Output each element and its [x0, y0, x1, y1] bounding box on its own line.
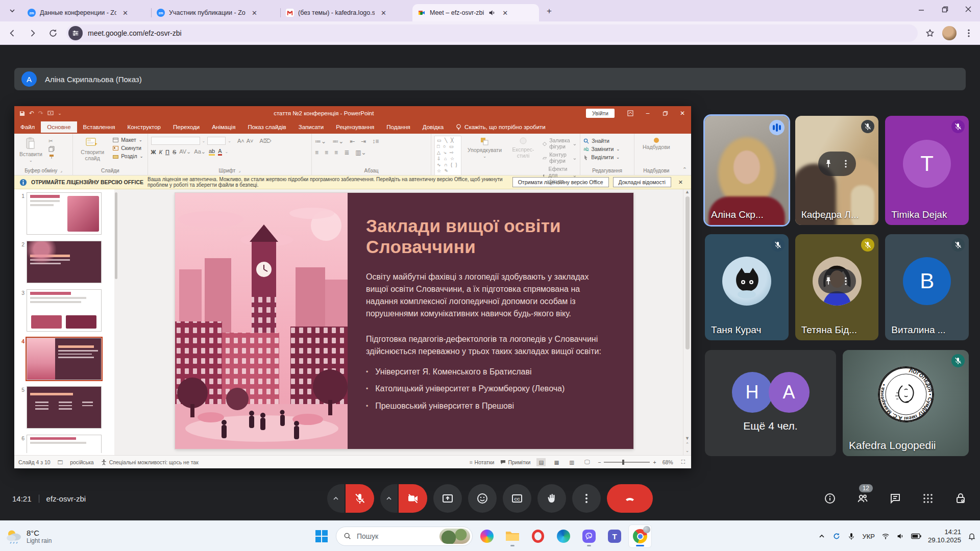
meeting-info-icon[interactable] — [824, 492, 836, 505]
slide-thumbnail-2[interactable] — [27, 241, 102, 283]
undo-icon[interactable]: ↶ — [29, 110, 34, 117]
save-icon[interactable] — [19, 111, 25, 116]
font-name-box[interactable] — [151, 137, 200, 145]
slide-thumbnail-1[interactable] — [27, 192, 102, 235]
shape-gallery[interactable]: ▭ ╲ ╳ □ ○ ▭△ ⤷ ⇨ ⇩ ⌂ ☆∿ ∩ { } ☆ ✎ — [434, 136, 461, 176]
change-case-icon[interactable]: Aa⌄ — [194, 148, 206, 155]
viber-icon[interactable] — [578, 525, 600, 547]
qat-customize-icon[interactable]: ⌄ — [58, 111, 62, 116]
tab-close-icon[interactable]: ✕ — [120, 8, 130, 18]
menu-animations[interactable]: Анімація — [206, 121, 241, 133]
shrink-font-icon[interactable]: A˅ — [247, 138, 254, 144]
menu-file[interactable]: Файл — [14, 121, 41, 133]
ppt-minimize-icon[interactable]: – — [639, 110, 656, 117]
close-button[interactable] — [957, 0, 980, 18]
tray-clock[interactable]: 14:21 29.10.2025 — [928, 528, 961, 545]
battery-icon[interactable] — [911, 533, 921, 539]
shape-effects-button[interactable]: ◐ Ефекти для фігур ⌄ — [543, 166, 577, 184]
collapse-ribbon-icon[interactable]: ⌃ — [678, 166, 691, 175]
menu-insert[interactable]: Вставлення — [77, 121, 121, 133]
redo-icon[interactable]: ↷ — [38, 110, 43, 117]
slide-thumbnail-3[interactable] — [27, 289, 102, 332]
zoom-slider[interactable]: −+ — [598, 459, 656, 465]
tell-me-box[interactable]: Скажіть, що потрібно зробити — [450, 124, 552, 131]
quick-styles-button[interactable]: Експрес-стилі — [508, 136, 538, 160]
align-right-icon[interactable]: ≡ — [334, 149, 338, 156]
slide-thumbnail-4-current[interactable] — [27, 338, 102, 380]
mic-off-button[interactable] — [346, 484, 374, 513]
copilot-icon[interactable] — [476, 525, 498, 547]
indent-decrease-icon[interactable]: ⇤ — [350, 138, 355, 145]
end-call-button[interactable] — [607, 484, 653, 513]
pin-icon[interactable] — [823, 159, 834, 169]
bookmark-star-icon[interactable] — [925, 28, 935, 38]
section-button[interactable]: Розділ ⌄ — [113, 153, 143, 159]
tab-meet-active[interactable]: Meet – efz-osvr-zbi ✕ — [412, 4, 539, 21]
align-center-icon[interactable]: ≡ — [325, 149, 328, 156]
profile-avatar[interactable] — [942, 26, 957, 40]
thumbnail-scrollbar[interactable] — [114, 189, 118, 455]
tile-menu-icon[interactable] — [841, 276, 851, 286]
fit-slide-icon[interactable]: ⛶ — [679, 458, 687, 466]
taskbar-weather-widget[interactable]: 8°C Light rain — [5, 528, 52, 544]
menu-design[interactable]: Конструктор — [121, 121, 167, 133]
format-painter-icon[interactable] — [48, 154, 55, 160]
overflow-tile-more-people[interactable]: H A Ещё 4 чел. — [705, 350, 836, 456]
menu-help[interactable]: Довідка — [416, 121, 450, 133]
raise-hand-button[interactable] — [537, 484, 566, 513]
site-info-icon[interactable] — [68, 26, 83, 40]
tab-gmail[interactable]: (без темы) - kafedra.logo.sspu2 ✕ — [281, 4, 412, 21]
new-tab-button[interactable]: + — [542, 4, 556, 18]
shape-outline-button[interactable]: ▱ Контур фігури ⌄ — [543, 152, 577, 164]
url-text[interactable]: meet.google.com/efz-osvr-zbi — [88, 29, 182, 37]
mic-options-icon[interactable] — [327, 484, 345, 513]
tray-update-icon[interactable] — [832, 532, 841, 540]
reset-button[interactable]: Скинути — [113, 145, 143, 151]
select-button[interactable]: Виділити ⌄ — [583, 154, 630, 160]
participant-tile-kafedra-video[interactable]: Кафедра Л... — [795, 116, 879, 225]
menu-transitions[interactable]: Переходи — [167, 121, 206, 133]
tab-close-icon[interactable]: ✕ — [379, 8, 388, 18]
underline-button[interactable]: П — [165, 149, 169, 155]
tray-chevron-icon[interactable] — [818, 532, 826, 540]
browser-menu-icon[interactable] — [964, 28, 974, 38]
slideshow-icon[interactable] — [47, 111, 54, 116]
back-icon[interactable] — [4, 25, 20, 41]
file-explorer-icon[interactable] — [501, 525, 524, 547]
license-details-button[interactable]: Докладні відомості — [613, 177, 671, 187]
font-size-box[interactable] — [207, 137, 226, 145]
participant-tile-kafedra-logo[interactable]: ЛОГОПЕДІЯ • СумДПУ імені А.С. Макаренка … — [843, 350, 969, 456]
search-daily-image[interactable] — [439, 529, 470, 544]
slide-sorter-button[interactable]: ▦ — [552, 458, 561, 466]
reactions-button[interactable] — [468, 484, 497, 513]
slide-thumbnail-6[interactable] — [27, 435, 102, 453]
zoom-percent[interactable]: 68% — [663, 459, 673, 465]
reading-view-button[interactable]: ▥ — [567, 458, 576, 466]
copy-icon[interactable] — [48, 146, 55, 152]
align-left-icon[interactable]: ≡ — [315, 149, 318, 156]
normal-view-button[interactable]: ▤ — [536, 458, 546, 466]
language-indicator[interactable]: російська — [70, 459, 94, 465]
addins-button[interactable]: Надбудови — [641, 137, 672, 151]
find-button[interactable]: Знайти — [583, 138, 630, 144]
columns-icon[interactable]: ▥⌄ — [355, 149, 366, 156]
people-panel-icon[interactable]: 12 — [856, 492, 869, 505]
dialog-launcher-icon[interactable]: ⌟ — [238, 168, 240, 173]
bullets-icon[interactable]: ≔⌄ — [315, 138, 326, 145]
menu-slideshow[interactable]: Показ слайдів — [241, 121, 292, 133]
menu-record[interactable]: Записати — [292, 121, 330, 133]
camera-options-icon[interactable] — [380, 484, 398, 513]
cut-icon[interactable]: ✂ — [48, 138, 55, 144]
ribbon-display-icon[interactable] — [622, 110, 639, 116]
volume-icon[interactable] — [896, 532, 904, 540]
participant-tile-timika[interactable]: T Timika Dejak — [885, 116, 969, 225]
captions-button[interactable]: CC — [503, 484, 531, 513]
tab-audio-icon[interactable] — [488, 9, 496, 17]
ppt-close-icon[interactable]: ✕ — [674, 110, 691, 117]
teams-icon[interactable]: T — [603, 525, 626, 547]
tab-search-icon[interactable] — [5, 4, 19, 18]
shape-fill-button[interactable]: ◇ Заливка фігури ⌄ — [543, 137, 577, 149]
opera-icon[interactable] — [527, 525, 549, 547]
participant-tile-alina[interactable]: Аліна Скр... — [705, 116, 789, 225]
chat-panel-icon[interactable] — [889, 492, 901, 505]
